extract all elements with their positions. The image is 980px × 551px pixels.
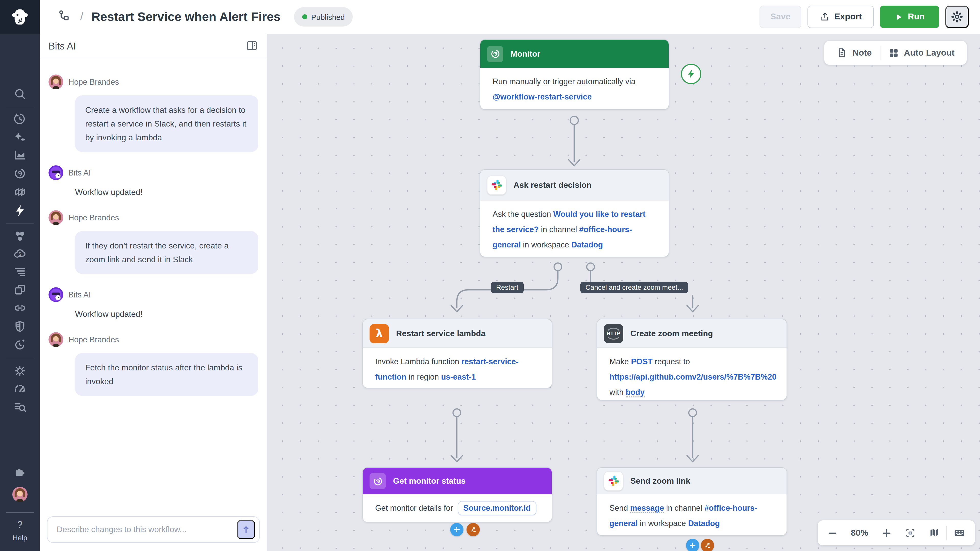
note-button[interactable]: Note xyxy=(829,41,880,65)
save-button[interactable]: Save xyxy=(759,6,801,28)
chat-author-name: Bits AI xyxy=(68,290,91,299)
node-header: λ Restart service lambda xyxy=(363,319,552,348)
minimap-button[interactable] xyxy=(922,520,946,545)
logs-icon[interactable] xyxy=(13,265,27,278)
quick-action-button[interactable] xyxy=(466,523,480,536)
chat-assistant-message: Workflow updated! xyxy=(75,188,258,197)
minus-icon xyxy=(827,528,838,538)
send-message-button[interactable] xyxy=(237,520,255,539)
node-header: HTTP Create zoom meeting xyxy=(597,319,787,348)
top-bar: / Restart Service when Alert Fires Publi… xyxy=(40,0,980,34)
trigger-badge[interactable] xyxy=(681,64,701,84)
left-nav-rail: $ xyxy=(0,0,40,551)
bits-ai-avatar xyxy=(48,287,63,302)
edge-label-cancel[interactable]: Cancel and create zoom meet... xyxy=(580,282,688,293)
metrics-chart-icon[interactable] xyxy=(13,148,27,162)
search-icon[interactable] xyxy=(13,87,27,100)
edge-label-restart[interactable]: Restart xyxy=(491,282,523,293)
workflow-canvas[interactable]: Restart Cancel and create zoom meet... M… xyxy=(267,34,980,551)
scheduled-tasks-icon[interactable] xyxy=(13,338,27,351)
trend-icon xyxy=(703,541,711,549)
zoom-level[interactable]: 80% xyxy=(844,520,875,545)
export-upload-icon xyxy=(819,12,830,22)
sparkles-icon[interactable] xyxy=(13,130,27,144)
datadog-logo[interactable] xyxy=(0,0,40,34)
zoom-toolbar: 80% xyxy=(818,520,975,545)
integrations-link-icon[interactable] xyxy=(13,302,27,315)
zoom-out-button[interactable] xyxy=(821,520,844,545)
fit-screen-icon xyxy=(905,527,916,538)
infrastructure-icon[interactable] xyxy=(13,230,27,243)
node-description: Invoke Lambda function restart-service-f… xyxy=(363,348,552,388)
http-label: HTTP xyxy=(607,331,620,336)
chat-assistant-message: Workflow updated! xyxy=(75,310,258,319)
node-ask-restart-decision[interactable]: Ask restart decision Ask the question Wo… xyxy=(480,169,669,257)
trend-icon xyxy=(469,526,477,534)
rail-divider xyxy=(6,106,34,107)
node-title: Ask restart decision xyxy=(514,180,592,189)
help-label[interactable]: Help xyxy=(0,534,40,542)
integrations-puzzle-icon[interactable] xyxy=(13,465,27,478)
node-monitor[interactable]: Monitor Run manually or trigger automati… xyxy=(480,39,669,110)
security-shield-icon[interactable] xyxy=(13,320,27,333)
auto-layout-button[interactable]: Auto Layout xyxy=(880,41,963,65)
user-avatar[interactable] xyxy=(12,487,27,502)
note-document-icon xyxy=(837,48,847,58)
node-header: Get monitor status xyxy=(363,468,552,494)
bits-ai-panel: Bits AI Hope Brandes Create a workflow t… xyxy=(40,34,267,551)
app-window: $ xyxy=(0,0,980,551)
history-icon[interactable] xyxy=(13,112,27,125)
chat-user-message: Create a workflow that asks for a decisi… xyxy=(75,95,258,152)
quick-action-button[interactable] xyxy=(701,539,714,551)
datadog-monitor-icon xyxy=(487,46,503,62)
status-badge: Published xyxy=(294,7,353,27)
apps-icon[interactable] xyxy=(13,283,27,297)
node-restart-service-lambda[interactable]: λ Restart service lambda Invoke Lambda f… xyxy=(363,319,552,388)
chat-author-name: Hope Brandes xyxy=(68,213,119,222)
dashboards-icon[interactable] xyxy=(13,185,27,198)
node-send-zoom-link[interactable]: Send zoom link Send message in channel #… xyxy=(597,467,787,536)
workflow-automation-icon[interactable] xyxy=(13,204,27,218)
chat-input[interactable] xyxy=(56,524,237,535)
performance-gauge-icon[interactable] xyxy=(13,382,27,395)
node-create-zoom-meeting[interactable]: HTTP Create zoom meeting Make POST reque… xyxy=(597,319,787,400)
node-title: Send zoom link xyxy=(630,476,690,486)
canvas-tools: Note Auto Layout xyxy=(824,41,967,65)
workflow-breadcrumb-icon[interactable] xyxy=(57,9,71,25)
node-title: Monitor xyxy=(511,49,540,59)
node-header: Send zoom link xyxy=(597,468,787,494)
datadog-dog-icon xyxy=(9,6,30,28)
monitors-icon[interactable] xyxy=(13,167,27,180)
bits-ai-avatar xyxy=(48,165,63,180)
export-label: Export xyxy=(834,12,862,22)
svg-text:$: $ xyxy=(19,251,21,257)
add-step-button[interactable] xyxy=(450,523,463,536)
node-description: Send message in channel #office-hours-ge… xyxy=(597,494,787,536)
chat-message-author-row: Hope Brandes xyxy=(48,332,258,347)
help-icon[interactable]: ? xyxy=(0,519,40,530)
bits-ai-title: Bits AI xyxy=(48,41,76,52)
edge-monitor-to-ask xyxy=(569,116,580,166)
collapse-panel-icon[interactable] xyxy=(245,39,258,54)
node-header: Ask restart decision xyxy=(480,170,669,200)
node-description: Run manually or trigger automatically vi… xyxy=(480,68,669,110)
node-title: Create zoom meeting xyxy=(630,329,713,338)
user-avatar xyxy=(48,210,63,225)
cloud-cost-icon[interactable]: $ xyxy=(13,248,27,261)
settings-button[interactable] xyxy=(945,6,969,28)
zoom-in-button[interactable] xyxy=(875,520,898,545)
fit-to-screen-button[interactable] xyxy=(898,520,922,545)
chat-message-list: Hope Brandes Create a workflow that asks… xyxy=(40,59,267,505)
run-button[interactable]: Run xyxy=(880,6,939,28)
edge-http-to-send-zoom xyxy=(687,409,698,462)
keyboard-shortcuts-button[interactable] xyxy=(947,520,972,545)
chat-message-author-row: Hope Brandes xyxy=(48,75,258,89)
bug-icon[interactable] xyxy=(13,364,27,378)
log-search-icon[interactable] xyxy=(13,400,27,414)
map-icon xyxy=(929,527,940,538)
chat-author-name: Hope Brandes xyxy=(68,77,119,86)
node-get-monitor-status[interactable]: Get monitor status Get monitor details f… xyxy=(363,467,552,522)
breadcrumb-separator: / xyxy=(80,10,83,24)
add-step-button[interactable] xyxy=(686,539,699,551)
export-button[interactable]: Export xyxy=(808,6,874,28)
